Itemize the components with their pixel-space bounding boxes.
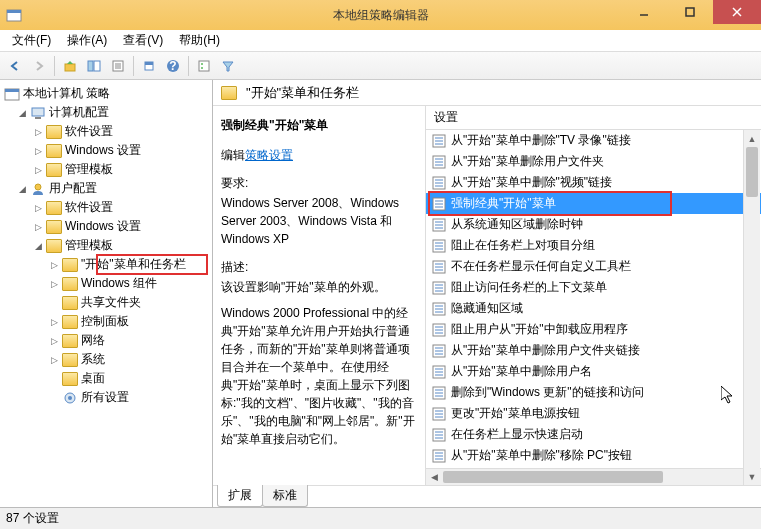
menu-action[interactable]: 操作(A) [59, 30, 115, 51]
tree-item[interactable]: ▷软件设置 [32, 198, 212, 217]
menu-help[interactable]: 帮助(H) [171, 30, 228, 51]
computer-icon [30, 106, 46, 120]
list-item[interactable]: 从"开始"菜单中删除用户文件夹链接 [426, 340, 761, 361]
folder-icon [221, 86, 237, 100]
expand-icon[interactable]: ▷ [48, 259, 60, 271]
folder-icon [62, 277, 78, 291]
tree-start-menu-taskbar[interactable]: ▷"开始"菜单和任务栏 [48, 255, 212, 274]
list-item[interactable]: 从"开始"菜单删除用户文件夹 [426, 151, 761, 172]
tree-item[interactable]: ▷软件设置 [32, 122, 212, 141]
forward-button[interactable] [28, 55, 50, 77]
tree-item[interactable]: ▷Windows 设置 [32, 217, 212, 236]
tree-item[interactable]: ▷系统 [48, 350, 212, 369]
description-text: 该设置影响"开始"菜单的外观。 [221, 278, 417, 296]
expand-icon[interactable]: ▷ [32, 126, 44, 138]
category-title: "开始"菜单和任务栏 [246, 84, 359, 102]
tree-all-settings[interactable]: 所有设置 [48, 388, 212, 407]
vertical-scrollbar[interactable]: ▲ ▼ [743, 130, 760, 485]
edit-policy-link[interactable]: 策略设置 [245, 148, 293, 162]
help-button[interactable]: ? [162, 55, 184, 77]
collapse-icon[interactable]: ◢ [32, 240, 44, 252]
svg-rect-14 [145, 62, 153, 65]
collapse-icon[interactable]: ◢ [16, 183, 28, 195]
scroll-down-button[interactable]: ▼ [744, 468, 760, 485]
svg-point-19 [201, 67, 203, 69]
tree-panel[interactable]: 本地计算机 策略 ◢ 计算机配置 ▷软件设置 ▷Windows 设置 ▷管理模板… [0, 80, 213, 507]
vscroll-thumb[interactable] [746, 147, 758, 197]
collapse-icon[interactable]: ◢ [16, 107, 28, 119]
scroll-up-button[interactable]: ▲ [744, 130, 760, 147]
list-item[interactable]: 阻止访问任务栏的上下文菜单 [426, 277, 761, 298]
expand-icon[interactable]: ▷ [48, 354, 60, 366]
list-item-label: 不在任务栏显示任何自定义工具栏 [451, 258, 631, 275]
tab-standard[interactable]: 标准 [262, 485, 308, 507]
window-title: 本地组策略编辑器 [333, 7, 429, 24]
tree-item[interactable]: ▷网络 [48, 331, 212, 350]
tree-user-config[interactable]: ◢ 用户配置 [16, 179, 212, 198]
toolbar-separator [54, 56, 55, 76]
expand-icon[interactable]: ▷ [48, 316, 60, 328]
policy-setting-icon [432, 344, 446, 358]
expand-icon[interactable]: ▷ [32, 164, 44, 176]
category-header: "开始"菜单和任务栏 [213, 80, 761, 106]
list-column-header[interactable]: 设置 [426, 106, 761, 130]
tree-user-templates[interactable]: ◢管理模板 [32, 236, 212, 255]
folder-icon [62, 296, 78, 310]
app-icon [6, 7, 22, 23]
list-item[interactable]: 阻止用户从"开始"中卸载应用程序 [426, 319, 761, 340]
tree-item[interactable]: ▷控制面板 [48, 312, 212, 331]
expand-icon[interactable]: ▷ [32, 145, 44, 157]
filter-button[interactable] [217, 55, 239, 77]
list-item[interactable]: 不在任务栏显示任何自定义工具栏 [426, 256, 761, 277]
tab-extended[interactable]: 扩展 [217, 485, 263, 507]
tree-label: Windows 设置 [65, 142, 141, 159]
tree-label: 桌面 [81, 370, 105, 387]
maximize-button[interactable] [667, 0, 713, 24]
tree-label: 软件设置 [65, 123, 113, 140]
expand-icon[interactable]: ▷ [32, 202, 44, 214]
minimize-button[interactable] [621, 0, 667, 24]
tree-item[interactable]: ▷Windows 组件 [48, 274, 212, 293]
policy-setting-icon [432, 449, 446, 463]
up-button[interactable] [59, 55, 81, 77]
tree-label: 用户配置 [49, 180, 97, 197]
back-button[interactable] [4, 55, 26, 77]
expand-icon[interactable]: ▷ [48, 335, 60, 347]
expand-icon[interactable]: ▷ [32, 221, 44, 233]
tree-item[interactable]: ▷管理模板 [32, 160, 212, 179]
policy-list[interactable]: 从"开始"菜单中删除"TV 录像"链接从"开始"菜单删除用户文件夹从"开始"菜单… [426, 130, 761, 468]
list-item[interactable]: 从"开始"菜单中删除"移除 PC"按钮 [426, 445, 761, 466]
scroll-left-button[interactable]: ◀ [426, 469, 443, 485]
tree-item[interactable]: ▷Windows 设置 [32, 141, 212, 160]
list-item[interactable]: 从系统通知区域删除时钟 [426, 214, 761, 235]
list-item[interactable]: 从"开始"菜单中删除"视频"链接 [426, 172, 761, 193]
list-item[interactable]: 从"开始"菜单中删除"TV 录像"链接 [426, 130, 761, 151]
list-item[interactable]: 强制经典"开始"菜单 [426, 193, 761, 214]
refresh-button[interactable] [138, 55, 160, 77]
close-button[interactable] [713, 0, 761, 24]
tree-item[interactable]: 共享文件夹 [48, 293, 212, 312]
list-item[interactable]: 更改"开始"菜单电源按钮 [426, 403, 761, 424]
tree-root[interactable]: 本地计算机 策略 [0, 84, 212, 103]
list-item[interactable]: 隐藏通知区域 [426, 298, 761, 319]
tree-item[interactable]: 桌面 [48, 369, 212, 388]
list-item[interactable]: 阻止在任务栏上对项目分组 [426, 235, 761, 256]
list-item-label: 在任务栏上显示快速启动 [451, 426, 583, 443]
list-item[interactable]: 删除到"Windows 更新"的链接和访问 [426, 382, 761, 403]
tree-label: Windows 组件 [81, 275, 157, 292]
list-item[interactable]: 从"开始"菜单中删除用户名 [426, 361, 761, 382]
list-item[interactable]: 在任务栏上显示快速启动 [426, 424, 761, 445]
show-hide-tree-button[interactable] [83, 55, 105, 77]
menu-view[interactable]: 查看(V) [115, 30, 171, 51]
export-list-button[interactable] [107, 55, 129, 77]
menu-file[interactable]: 文件(F) [4, 30, 59, 51]
tree-computer-config[interactable]: ◢ 计算机配置 [16, 103, 212, 122]
tree-label: 系统 [81, 351, 105, 368]
horizontal-scrollbar[interactable]: ◀ ▶ [426, 468, 761, 485]
filter-options-button[interactable] [193, 55, 215, 77]
hscroll-thumb[interactable] [443, 471, 663, 483]
svg-rect-7 [88, 61, 93, 71]
folder-icon [46, 163, 62, 177]
expand-icon[interactable]: ▷ [48, 278, 60, 290]
svg-rect-23 [35, 117, 41, 119]
